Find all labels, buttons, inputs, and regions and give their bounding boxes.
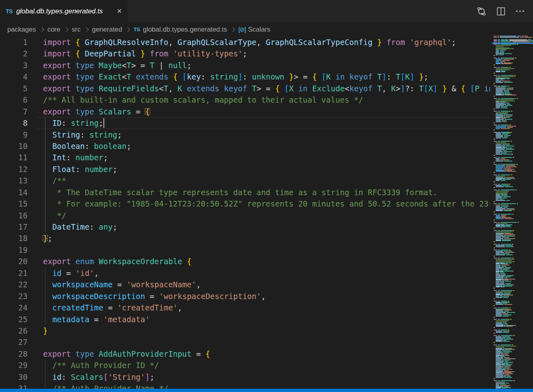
- code-line-text: id: Scalars['String'];: [43, 371, 490, 383]
- code-line[interactable]: 25 metadata = 'metadata': [0, 314, 490, 325]
- minimap-line: [494, 302, 511, 303]
- line-number: 7: [0, 106, 28, 117]
- code-line[interactable]: 7export type Scalars = {: [0, 106, 490, 117]
- minimap-line: [494, 111, 513, 112]
- code-line-text: [43, 244, 490, 256]
- minimap-line: [494, 136, 509, 137]
- minimap-line: [494, 65, 496, 65]
- minimap-line: [494, 209, 516, 210]
- minimap-line: [494, 384, 507, 385]
- code-line[interactable]: 22 workspaceName = 'workspaceName',: [0, 279, 490, 290]
- minimap-line: [494, 261, 516, 262]
- minimap-line: [494, 162, 496, 163]
- breadcrumb-item-filename[interactable]: global.db.types.generated.ts: [143, 26, 227, 33]
- code-line[interactable]: 12 Float: number;: [0, 164, 490, 175]
- line-number: 12: [0, 164, 28, 175]
- minimap-line: [494, 324, 509, 325]
- code-line[interactable]: 13 /**: [0, 175, 490, 186]
- minimap[interactable]: [492, 36, 533, 392]
- code-line[interactable]: 29 /** Auth Provider ID */: [0, 360, 490, 371]
- code-line[interactable]: 4export type Exact<T extends { [key: str…: [0, 71, 490, 82]
- code-line[interactable]: 6/** All built-in and custom scalars, ma…: [0, 94, 490, 106]
- code-line[interactable]: 17 DateTime: any;: [0, 221, 490, 233]
- split-editor-icon[interactable]: [496, 7, 505, 16]
- code-line[interactable]: 24 createdTime = 'createdTime',: [0, 302, 490, 313]
- code-line[interactable]: 9 String: string;: [0, 129, 490, 140]
- minimap-line: [494, 283, 512, 284]
- code-line[interactable]: 1import { GraphQLResolveInfo, GraphQLSca…: [0, 37, 490, 48]
- code-line[interactable]: 15 * For example: "1985-04-12T23:20:50.5…: [0, 198, 490, 209]
- line-number: 29: [0, 360, 28, 371]
- close-tab-icon[interactable]: ✕: [117, 7, 122, 15]
- minimap-line: [494, 357, 510, 358]
- code-line[interactable]: 10 Boolean: boolean;: [0, 140, 490, 152]
- line-number: 16: [0, 210, 28, 221]
- code-line[interactable]: 11 Int: number;: [0, 152, 490, 163]
- code-editor[interactable]: 1import { GraphQLResolveInfo, GraphQLSca…: [0, 37, 533, 392]
- minimap-line: [494, 36, 529, 37]
- code-line[interactable]: 16 */: [0, 210, 490, 221]
- code-line-text: /** Auth Provider ID */: [43, 360, 490, 371]
- minimap-line: [494, 380, 516, 381]
- minimap-line: [494, 171, 517, 172]
- minimap-line: [494, 360, 512, 360]
- code-line[interactable]: 27: [0, 336, 490, 348]
- more-actions-icon[interactable]: [516, 11, 524, 12]
- minimap-line: [494, 58, 517, 58]
- minimap-line: [494, 155, 496, 156]
- breadcrumb-item-src[interactable]: src: [72, 26, 81, 33]
- tab-global-db-types[interactable]: TS global.db.types.generated.ts ✕: [0, 0, 128, 22]
- breadcrumb-item-packages[interactable]: packages: [7, 26, 36, 33]
- minimap-line: [494, 378, 496, 379]
- code-area[interactable]: 1import { GraphQLResolveInfo, GraphQLSca…: [0, 37, 490, 392]
- minimap-line: [494, 288, 496, 289]
- minimap-line: [494, 368, 510, 368]
- code-line[interactable]: 28export type AddAuthProviderInput = {: [0, 348, 490, 360]
- minimap-line: [494, 190, 518, 190]
- minimap-line: [494, 48, 515, 49]
- minimap-line: [494, 89, 514, 90]
- minimap-line: [494, 314, 512, 315]
- code-line[interactable]: 19: [0, 244, 490, 256]
- code-line[interactable]: 23 workspaceDescription = 'workspaceDesc…: [0, 291, 490, 302]
- code-line[interactable]: 14 * The DateTime scalar type represents…: [0, 187, 490, 198]
- code-line[interactable]: 3export type Maybe<T> = T | null;: [0, 60, 490, 71]
- minimap-line: [494, 199, 504, 200]
- line-number: 2: [0, 48, 28, 59]
- minimap-line: [494, 291, 513, 292]
- minimap-line: [494, 363, 509, 364]
- minimap-line: [494, 248, 496, 248]
- breadcrumb-item-scalars[interactable]: Scalars: [248, 26, 271, 33]
- minimap-line: [494, 133, 512, 134]
- code-line[interactable]: 20export enum WorkspaceOrderable {: [0, 256, 490, 267]
- minimap-line: [494, 280, 509, 280]
- open-changes-icon[interactable]: [477, 7, 486, 16]
- code-line[interactable]: 8 ID: string;: [0, 117, 490, 129]
- text-cursor: [103, 118, 104, 128]
- minimap-line: [494, 108, 509, 108]
- minimap-line: [494, 86, 506, 87]
- code-line[interactable]: 26}: [0, 325, 490, 336]
- minimap-line: [494, 54, 505, 55]
- minimap-line: [494, 273, 506, 274]
- minimap-line: [494, 241, 496, 242]
- minimap-line: [494, 139, 496, 140]
- minimap-line: [494, 169, 515, 170]
- code-line[interactable]: 2import { DeepPartial } from 'utility-ty…: [0, 48, 490, 59]
- minimap-line: [494, 150, 507, 151]
- breadcrumb-item-generated[interactable]: generated: [92, 26, 122, 33]
- minimap-line: [494, 149, 515, 150]
- minimap-line: [494, 358, 516, 359]
- minimap-line: [494, 37, 533, 38]
- minimap-line: [494, 369, 513, 370]
- minimap-line: [494, 271, 505, 272]
- breadcrumb-item-core[interactable]: core: [47, 26, 60, 33]
- code-line[interactable]: 21 id = 'id',: [0, 267, 490, 279]
- minimap-line: [494, 176, 506, 177]
- code-line[interactable]: 5export type RequireFields<T, K extends …: [0, 83, 490, 94]
- minimap-line: [494, 128, 511, 129]
- code-line[interactable]: 30 id: Scalars['String'];: [0, 371, 490, 383]
- minimap-line: [494, 60, 511, 61]
- code-line[interactable]: 18};: [0, 233, 490, 244]
- minimap-line: [494, 78, 511, 79]
